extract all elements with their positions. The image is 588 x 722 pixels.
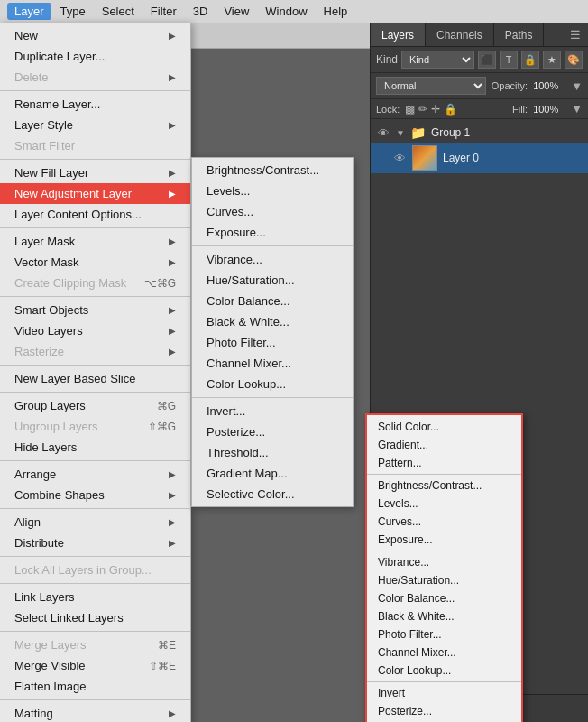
menubar-help[interactable]: Help (317, 3, 355, 20)
menubar-select[interactable]: Select (95, 3, 142, 20)
sub-vibrance[interactable]: Vibrance... (192, 249, 353, 270)
layer-eye-0[interactable]: 👁 (392, 152, 407, 165)
menu-merge-visible[interactable]: Merge Visible ⇧⌘E (0, 655, 190, 676)
menu-matting[interactable]: Matting ▶ (0, 703, 190, 722)
sub-color-lookup[interactable]: Color Lookup... (192, 374, 353, 394)
sec-color-balance[interactable]: Color Balance... (367, 589, 521, 607)
menu-combine-shapes[interactable]: Combine Shapes ▶ (0, 485, 190, 505)
menu-new-slice[interactable]: New Layer Based Slice (0, 368, 190, 389)
fill-arrow[interactable]: ▼ (571, 102, 583, 116)
menu-combine-shapes-label: Combine Shapes (14, 488, 105, 502)
filter-icon-2[interactable]: T (500, 51, 518, 69)
sub-bw[interactable]: Black & White... (192, 311, 353, 332)
tab-layers[interactable]: Layers (371, 23, 426, 46)
menu-new[interactable]: New ▶ (0, 25, 190, 46)
sub-divider-1 (192, 245, 353, 246)
menu-flatten-label: Flatten Image (14, 680, 87, 693)
layer-row-0[interactable]: 👁 Layer 0 (371, 143, 588, 173)
divider-8 (0, 508, 190, 509)
menubar-view[interactable]: View (216, 3, 256, 20)
sec-hue-sat[interactable]: Hue/Saturation... (367, 571, 521, 589)
menu-new-adjustment[interactable]: New Adjustment Layer ▶ (0, 183, 190, 204)
sub-levels[interactable]: Levels... (192, 180, 353, 201)
menu-hide-layers[interactable]: Hide Layers (0, 437, 190, 458)
sub-channel-mixer[interactable]: Channel Mixer... (192, 353, 353, 374)
filter-icon-4[interactable]: ★ (543, 51, 561, 69)
menu-distribute[interactable]: Distribute ▶ (0, 532, 190, 553)
sec-channel-mixer[interactable]: Channel Mixer... (367, 643, 521, 662)
sec-solid-color[interactable]: Solid Color... (367, 418, 521, 436)
menubar-3d[interactable]: 3D (186, 3, 216, 20)
sec-gradient[interactable]: Gradient... (367, 436, 521, 454)
blend-mode-select[interactable]: Normal (376, 77, 486, 95)
menu-layer-content[interactable]: Layer Content Options... (0, 204, 190, 225)
divider-3 (0, 227, 190, 228)
menubar-filter[interactable]: Filter (143, 3, 184, 20)
sec-posterize[interactable]: Posterize... (367, 702, 521, 720)
sub-exposure[interactable]: Exposure... (192, 222, 353, 243)
filter-icon-3[interactable]: 🔒 (521, 51, 539, 69)
menu-smart-filter: Smart Filter (0, 135, 190, 156)
lock-move[interactable]: ✛ (431, 103, 440, 116)
sub-gradient-map[interactable]: Gradient Map... (192, 463, 353, 484)
menu-align[interactable]: Align ▶ (0, 512, 190, 532)
sub-photo-filter[interactable]: Photo Filter... (192, 332, 353, 353)
menu-layer-mask[interactable]: Layer Mask ▶ (0, 231, 190, 252)
menu-ungroup-layers: Ungroup Layers ⇧⌘G (0, 416, 190, 437)
divider-2 (0, 159, 190, 160)
menubar-layer[interactable]: Layer (7, 3, 51, 20)
filter-icon-5[interactable]: 🎨 (565, 51, 583, 69)
menubar-type[interactable]: Type (53, 3, 93, 20)
menu-layer-mask-label: Layer Mask (14, 235, 75, 248)
menu-merge-visible-shortcut: ⇧⌘E (149, 660, 176, 672)
layer-row-group[interactable]: 👁 ▼ 📁 Group 1 (371, 123, 588, 143)
tab-channels[interactable]: Channels (426, 23, 494, 46)
menu-video-layers[interactable]: Video Layers ▶ (0, 320, 190, 341)
sec-bw[interactable]: Black & White... (367, 607, 521, 625)
sec-levels[interactable]: Levels... (367, 495, 521, 513)
filter-label: Kind (376, 53, 398, 66)
tab-paths[interactable]: Paths (494, 23, 545, 46)
filter-icon-1[interactable]: ⬛ (478, 51, 496, 69)
menu-rename[interactable]: Rename Layer... (0, 94, 190, 115)
menubar-window[interactable]: Window (258, 3, 314, 20)
layer-collapse-group[interactable]: ▼ (396, 128, 405, 138)
sub-threshold[interactable]: Threshold... (192, 442, 353, 463)
menu-select-linked[interactable]: Select Linked Layers (0, 607, 190, 628)
menu-link-layers[interactable]: Link Layers (0, 587, 190, 607)
sub-invert[interactable]: Invert... (192, 401, 353, 421)
menu-smart-objects-arrow: ▶ (169, 305, 176, 315)
sec-exposure[interactable]: Exposure... (367, 531, 521, 549)
menu-group-layers[interactable]: Group Layers ⌘G (0, 395, 190, 416)
menu-vector-mask[interactable]: Vector Mask ▶ (0, 252, 190, 273)
sub-color-balance[interactable]: Color Balance... (192, 291, 353, 311)
sec-vibrance[interactable]: Vibrance... (367, 553, 521, 571)
opacity-arrow[interactable]: ▼ (571, 79, 583, 93)
sec-curves[interactable]: Curves... (367, 513, 521, 531)
sec-photo-filter[interactable]: Photo Filter... (367, 625, 521, 643)
layer-eye-group[interactable]: 👁 (376, 126, 390, 140)
canvas-area: ▭ ▭ ▭ ▭ Feather: New ▶ Duplicate Layer..… (0, 23, 370, 722)
menu-layer-style[interactable]: Layer Style ▶ (0, 115, 190, 135)
lock-transparent[interactable]: ▩ (405, 103, 415, 116)
sub-selective-color[interactable]: Selective Color... (192, 484, 353, 504)
sec-pattern[interactable]: Pattern... (367, 454, 521, 472)
sec-invert[interactable]: Invert (367, 684, 521, 702)
filter-select[interactable]: Kind (401, 51, 474, 69)
sub-curves[interactable]: Curves... (192, 201, 353, 222)
menu-arrange[interactable]: Arrange ▶ (0, 464, 190, 485)
menu-group-layers-shortcut: ⌘G (157, 400, 176, 412)
menu-new-fill[interactable]: New Fill Layer ▶ (0, 162, 190, 183)
panel-menu-btn[interactable]: ☰ (563, 23, 588, 46)
lock-all[interactable]: 🔒 (444, 103, 457, 116)
sub-posterize[interactable]: Posterize... (192, 421, 353, 442)
sec-color-lookup[interactable]: Color Lookup... (367, 662, 521, 680)
sub-hue-sat[interactable]: Hue/Saturation... (192, 270, 353, 291)
sub-brightness[interactable]: Brightness/Contrast... (192, 160, 353, 180)
lock-image[interactable]: ✏ (418, 103, 427, 116)
menu-smart-objects[interactable]: Smart Objects ▶ (0, 300, 190, 320)
menu-ungroup-layers-shortcut: ⇧⌘G (148, 421, 176, 433)
menu-duplicate[interactable]: Duplicate Layer... (0, 46, 190, 67)
sec-brightness[interactable]: Brightness/Contrast... (367, 477, 521, 495)
menu-flatten[interactable]: Flatten Image (0, 676, 190, 697)
